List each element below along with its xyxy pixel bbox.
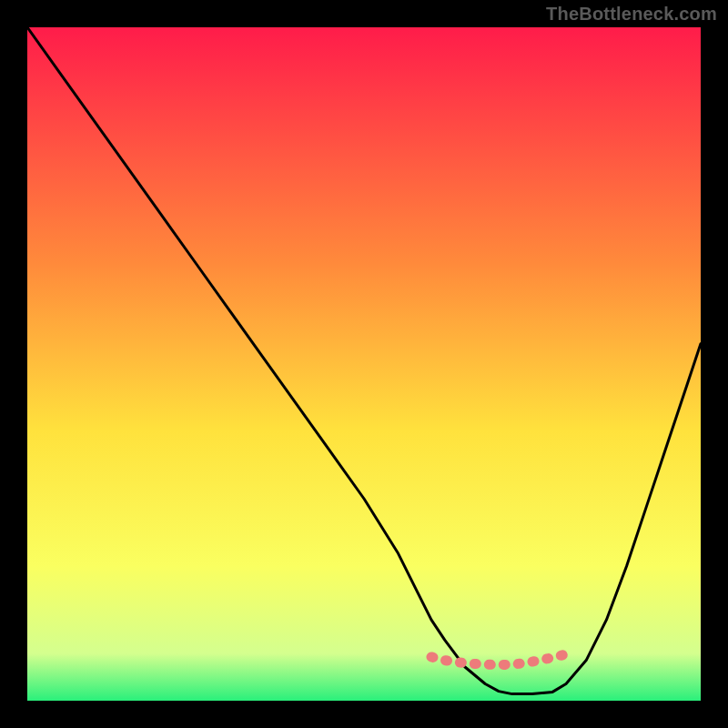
watermark: TheBottleneck.com [546, 4, 717, 25]
plot-frame [27, 27, 701, 701]
chart [27, 27, 701, 701]
gradient-background [27, 27, 701, 701]
